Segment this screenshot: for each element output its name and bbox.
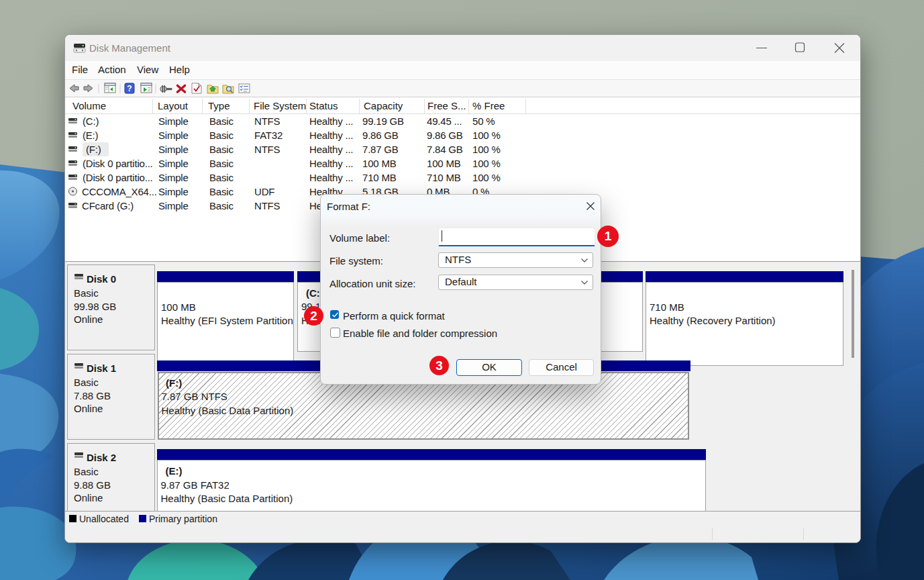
svg-text:?: ? [127, 84, 132, 93]
